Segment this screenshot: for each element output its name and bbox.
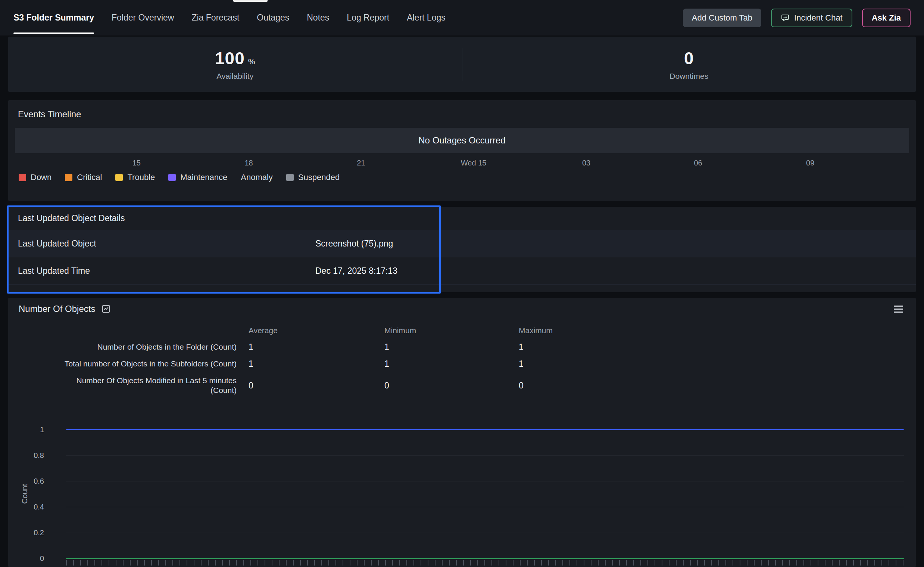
legend-swatch-critical (65, 174, 72, 181)
last-updated-row: Last Updated ObjectScreenshot (75).png (8, 230, 916, 257)
time-tick: Wed 15 (461, 159, 487, 167)
number-of-objects-panel: Number Of Objects AverageMinimumMaximumN… (8, 298, 916, 567)
no-outages-text: No Outages Occurred (418, 135, 505, 146)
y-tick-label: 0.8 (34, 451, 44, 460)
legend-item-critical: Critical (65, 173, 102, 182)
legend-item-anomaly: Anomaly (241, 173, 273, 182)
stats-panel: 100 % Availability 0 Downtimes (8, 37, 916, 92)
events-timeline-title: Events Timeline (8, 100, 916, 120)
last-updated-row-label: Last Updated Time (8, 266, 90, 276)
gridline (66, 507, 904, 507)
downtimes-label: Downtimes (669, 72, 708, 81)
last-updated-row-label: Last Updated Object (8, 239, 96, 249)
legend-swatch-maintenance (168, 174, 176, 181)
metric-label: Number Of Objects Modified in Last 5 min… (8, 372, 237, 399)
x-axis-ticks (66, 560, 904, 565)
gridline (66, 455, 904, 456)
legend-label: Down (31, 173, 51, 182)
menu-icon[interactable] (892, 304, 904, 314)
time-tick: 09 (806, 159, 814, 167)
last-updated-row-value: Dec 17, 2025 8:17:13 (315, 266, 398, 276)
tab-outages[interactable]: Outages (257, 0, 289, 36)
objects-title: Number Of Objects (19, 304, 95, 314)
column-header-average: Average (237, 323, 372, 339)
metric-value: 0 (372, 377, 507, 394)
legend-label: Anomaly (241, 173, 273, 182)
objects-table: AverageMinimumMaximumNumber of Objects i… (8, 323, 916, 399)
legend-item-trouble: Trouble (116, 173, 155, 182)
tab-zia-forecast[interactable]: Zia Forecast (192, 0, 239, 36)
legend-swatch-trouble (116, 174, 123, 181)
last-updated-rows: Last Updated ObjectScreenshot (75).pngLa… (8, 230, 916, 284)
downtimes-value: 0 (684, 48, 694, 68)
nav-actions: Add Custom Tab Incident Chat Ask Zia (683, 9, 910, 27)
no-outages-banner: No Outages Occurred (15, 128, 909, 153)
chat-bubble-icon (781, 14, 790, 23)
legend-label: Critical (77, 173, 102, 182)
objects-header: Number Of Objects (8, 298, 916, 314)
metric-label: Total number of Objects in the Subfolder… (8, 356, 237, 372)
series-line-number-of-objects-modified-in-last-5-minutes-count (66, 558, 904, 559)
time-tick: 03 (582, 159, 590, 167)
last-updated-panel: Last Updated Object Details Last Updated… (8, 207, 916, 292)
tab-alert-logs[interactable]: Alert Logs (407, 0, 446, 36)
availability-value: 100 (215, 48, 245, 68)
legend-swatch-suspended (286, 174, 294, 181)
metric-value: 0 (507, 377, 916, 394)
legend-label: Maintenance (180, 173, 227, 182)
add-custom-tab-button[interactable]: Add Custom Tab (683, 9, 761, 27)
availability-unit: % (248, 57, 255, 66)
legend-swatch-down (19, 174, 26, 181)
y-tick-label: 0.4 (34, 503, 44, 511)
y-tick-label: 0.6 (34, 477, 44, 486)
tab-notes[interactable]: Notes (307, 0, 329, 36)
metric-value: 0 (237, 377, 372, 394)
last-updated-row-value: Screenshot (75).png (315, 239, 393, 249)
dashboard-page: S3 Folder SummaryFolder OverviewZia Fore… (0, 0, 924, 567)
y-axis-label: Count (21, 484, 29, 504)
time-tick: 18 (244, 159, 253, 167)
metric-value: 1 (507, 339, 916, 356)
legend-item-down: Down (19, 173, 51, 182)
ask-zia-button[interactable]: Ask Zia (862, 9, 910, 27)
y-tick-label: 0.2 (34, 528, 44, 537)
column-header-minimum: Minimum (372, 323, 507, 339)
top-nav: S3 Folder SummaryFolder OverviewZia Fore… (0, 0, 924, 36)
events-timeline-panel: Events Timeline No Outages Occurred 1518… (8, 100, 916, 201)
timeline-legend: DownCriticalTroubleMaintenanceAnomalySus… (8, 171, 916, 182)
y-tick-label: 1 (40, 426, 44, 434)
column-header-maximum: Maximum (507, 323, 916, 339)
time-tick: 21 (357, 159, 365, 167)
table-corner (8, 328, 237, 334)
legend-item-suspended: Suspended (286, 173, 340, 182)
gridline (66, 481, 904, 481)
legend-label: Suspended (298, 173, 340, 182)
availability-label: Availability (216, 72, 254, 81)
legend-label: Trouble (127, 173, 155, 182)
metric-value: 1 (372, 339, 507, 356)
incident-chat-button[interactable]: Incident Chat (771, 9, 852, 27)
metric-value: 1 (237, 339, 372, 356)
last-updated-title: Last Updated Object Details (8, 207, 916, 230)
nav-tabs: S3 Folder SummaryFolder OverviewZia Fore… (14, 0, 446, 36)
availability-stat: 100 % Availability (8, 37, 462, 92)
downtimes-stat: 0 Downtimes (462, 37, 916, 92)
metric-value: 1 (237, 356, 372, 372)
tab-s3-folder-summary[interactable]: S3 Folder Summary (14, 0, 94, 36)
incident-chat-label: Incident Chat (794, 13, 843, 23)
series-line-number-of-objects-in-the-folder-count (66, 429, 904, 430)
metric-value: 1 (507, 356, 916, 372)
metric-value: 1 (372, 356, 507, 372)
trend-chart-icon[interactable] (101, 304, 111, 314)
metric-label: Number of Objects in the Folder (Count) (8, 339, 237, 355)
chart-plot: 00.20.40.60.81 (66, 430, 904, 558)
last-updated-row: Last Updated TimeDec 17, 2025 8:17:13 (8, 257, 916, 284)
time-tick: 06 (694, 159, 702, 167)
time-axis: 151821Wed 15030609 (15, 153, 909, 171)
tab-log-report[interactable]: Log Report (346, 0, 389, 36)
time-tick: 15 (132, 159, 141, 167)
y-tick-label: 0 (40, 554, 44, 563)
gridline (66, 532, 904, 533)
tab-folder-overview[interactable]: Folder Overview (112, 0, 174, 36)
legend-item-maintenance: Maintenance (168, 173, 227, 182)
